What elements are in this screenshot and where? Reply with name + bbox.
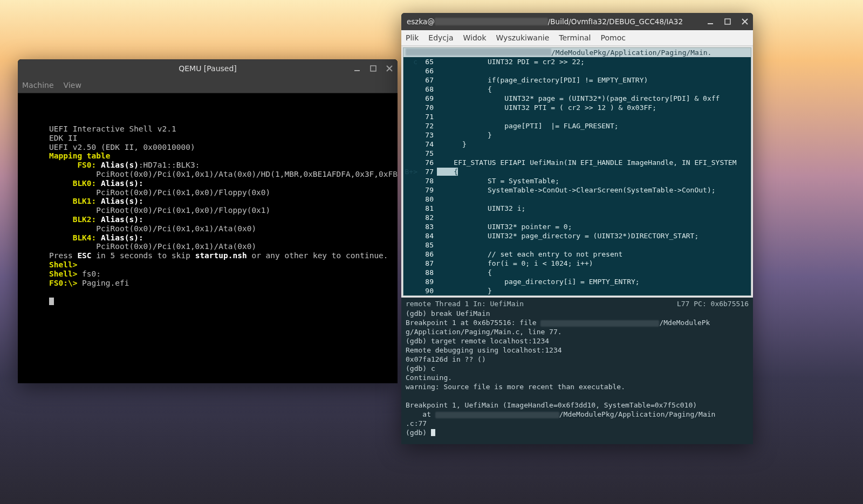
source-code-area[interactable]: c B+> 65 66 67 68 69 70 71 72 73 74 75 7… — [403, 57, 751, 295]
shell-line: PciRoot(0x0)/Pci(0x1,0x1)/Ata(0x0)/HD(1,… — [49, 170, 398, 178]
gdb-cursor — [431, 429, 435, 436]
status-thread: remote Thread 1 In: UefiMain — [406, 300, 524, 308]
qemu-titlebar[interactable]: QEMU [Paused] — [18, 59, 398, 78]
shell-prompt: FS0:\> — [49, 279, 82, 287]
gdb-line: at — [406, 410, 435, 418]
source-path-redacted: x — [406, 49, 551, 56]
svg-rect-1 — [371, 66, 376, 71]
qemu-window-controls — [352, 59, 394, 78]
terminal-cursor — [49, 298, 54, 305]
menu-machine[interactable]: Machine — [22, 81, 54, 89]
source-editor-pane: x/MdeModulePkg/Application/Paging/Main. … — [401, 46, 753, 298]
gdb-line: .c:77 — [406, 419, 427, 427]
terminal-title-suffix: /Build/OvmfIa32/DEBUG_GCC48/IA32 — [548, 17, 683, 26]
shell-line: EDK II — [49, 134, 77, 142]
gdb-redacted: x — [540, 320, 659, 327]
minimize-icon[interactable] — [352, 64, 362, 73]
source-code[interactable]: UINT32 PDI = cr2 >> 22; if(page_director… — [436, 57, 751, 295]
shell-prompt: Shell> — [49, 270, 82, 278]
source-editor-frame: x/MdeModulePkg/Application/Paging/Main. … — [403, 47, 751, 296]
gdb-line: (gdb) break UefiMain — [406, 309, 490, 317]
shell-line: Mapping table — [49, 151, 111, 160]
source-file-path: x/MdeModulePkg/Application/Paging/Main. — [403, 48, 751, 57]
gdb-line: Breakpoint 1 at 0x6b75516: file — [406, 319, 540, 327]
terminal-window-controls — [706, 13, 750, 30]
gdb-line: g/Application/Paging/Main.c, line 77. — [406, 328, 562, 336]
desktop: QEMU [Paused] Machine View UEFI Interact… — [0, 0, 863, 504]
status-position: L77 PC: 0x6b75516 — [677, 300, 749, 308]
shell-line: PciRoot(0x0)/Pci(0x1,0x1)/Ata(0x0) — [49, 224, 256, 233]
svg-rect-5 — [725, 19, 730, 24]
gdb-line: Breakpoint 1, UefiMain (ImageHandle=0x6f… — [406, 401, 697, 409]
shell-line: PciRoot(0x0)/Pci(0x1,0x0)/Floppy(0x0) — [49, 188, 270, 197]
gdb-line: 0x07fa126d in ?? () — [406, 355, 486, 363]
gdb-line: (gdb) target remote localhost:1234 — [406, 337, 549, 345]
gdb-line: Continuing. — [406, 374, 452, 382]
terminal-menubar: Plik Edycja Widok Wyszukiwanie Terminal … — [401, 30, 753, 46]
gdb-line: (gdb) c — [406, 364, 435, 372]
qemu-terminal[interactable]: UEFI Interactive Shell v2.1 EDK II UEFI … — [18, 93, 398, 306]
menu-edycja[interactable]: Edycja — [428, 33, 453, 42]
terminal-title-prefix: eszka@ — [407, 17, 435, 26]
menu-pomoc[interactable]: Pomoc — [601, 33, 626, 42]
gdb-redacted: x — [435, 412, 559, 418]
close-icon[interactable] — [385, 64, 394, 73]
shell-line: FS0: — [49, 161, 96, 169]
gdb-prompt: (gdb) — [406, 429, 431, 437]
maximize-icon[interactable] — [368, 64, 378, 73]
minimize-icon[interactable] — [706, 17, 715, 26]
menu-widok[interactable]: Widok — [463, 33, 487, 42]
breakpoint-gutter[interactable]: c B+> — [403, 57, 419, 295]
shell-line: BLK0: — [49, 179, 96, 188]
qemu-title: QEMU [Paused] — [179, 64, 237, 73]
line-number-gutter: 65 66 67 68 69 70 71 72 73 74 75 76 77 7… — [419, 57, 436, 295]
shell-line: BLK4: — [49, 233, 96, 242]
gdb-line: Remote debugging using localhost:1234 — [406, 346, 562, 354]
shell-line: PciRoot(0x0)/Pci(0x1,0x1)/Ata(0x0) — [49, 242, 256, 251]
debugger-status-line: remote Thread 1 In: UefiMain L77 PC: 0x6… — [401, 298, 753, 309]
shell-line: BLK2: — [49, 215, 96, 224]
qemu-window: QEMU [Paused] Machine View UEFI Interact… — [18, 59, 398, 383]
close-icon[interactable] — [740, 17, 750, 26]
shell-prompt: Shell> — [49, 260, 77, 269]
qemu-menubar: Machine View — [18, 78, 398, 93]
terminal-titlebar[interactable]: eszka@ xxxxxxxx /Build/OvmfIa32/DEBUG_GC… — [401, 13, 753, 30]
menu-wyszukiwanie[interactable]: Wyszukiwanie — [496, 33, 550, 42]
terminal-title-redacted: xxxxxxxx — [435, 18, 548, 25]
menu-plik[interactable]: Plik — [406, 33, 419, 42]
shell-line: UEFI v2.50 (EDK II, 0x00010000) — [49, 143, 195, 151]
maximize-icon[interactable] — [723, 17, 732, 26]
menu-view[interactable]: View — [64, 81, 81, 89]
gdb-console[interactable]: (gdb) break UefiMain Breakpoint 1 at 0x6… — [401, 309, 753, 444]
gdb-line: warning: Source file is more recent than… — [406, 383, 625, 391]
shell-line: UEFI Interactive Shell v2.1 — [49, 125, 176, 133]
terminal-window: eszka@ xxxxxxxx /Build/OvmfIa32/DEBUG_GC… — [401, 13, 753, 444]
shell-line: BLK1: — [49, 197, 96, 205]
menu-terminal[interactable]: Terminal — [559, 33, 591, 42]
shell-line: PciRoot(0x0)/Pci(0x1,0x0)/Floppy(0x1) — [49, 206, 270, 215]
